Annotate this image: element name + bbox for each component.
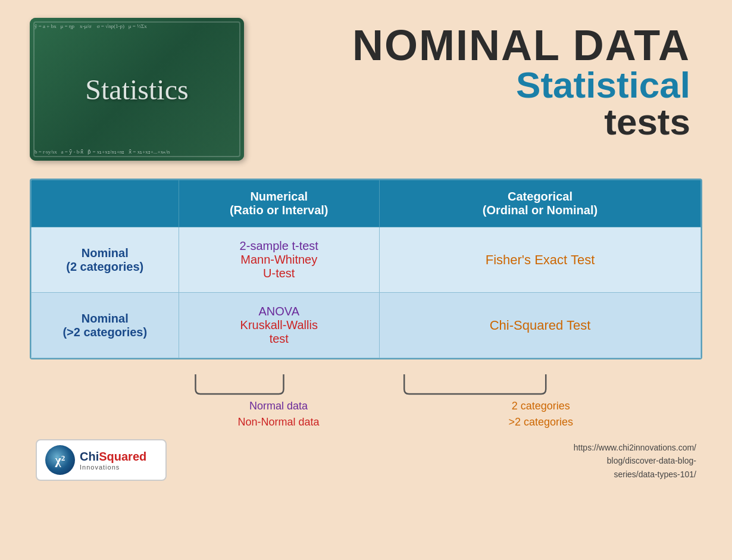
title-statistical: Statistical (244, 67, 690, 104)
chalkboard-image: ŷ = a + bx μ = ηp x-μ/σ σ = √np(1-p) μ =… (30, 18, 244, 161)
annotation-numerical: Normal data Non-Normal data (178, 371, 380, 430)
cell-categorical-1: Fisher's Exact Test (380, 227, 701, 293)
label-nonnormal-data: Non-Normal data (238, 414, 320, 430)
footer-url: https://www.chi2innovations.com/ blog/di… (574, 441, 696, 481)
footer: χ² ChiSquared Innovations https://www.ch… (30, 439, 702, 481)
stats-table-container: Numerical (Ratio or Interval) Categorica… (30, 179, 702, 359)
annotation-spacer (30, 371, 178, 430)
title-area: NOMINAL DATA Statistical tests (244, 18, 702, 140)
chalk-formulas-bottom: b = r·sy/sx a = ȳ - b·x̄ p̂ = x₁+x₂/n₁+n… (35, 148, 239, 156)
logo-text-block: ChiSquared Innovations (80, 450, 146, 471)
categorical-bracket-svg (380, 371, 702, 395)
table-header-empty (32, 180, 179, 227)
numerical-bracket-svg (178, 371, 380, 395)
logo-circle-icon: χ² (45, 445, 75, 475)
cell-numerical-1: 2-sample t-test Mann-Whitney U-test (179, 227, 380, 293)
title-nominal: NOMINAL DATA (244, 24, 690, 67)
categorical-labels: 2 categories >2 categories (509, 398, 574, 430)
label-normal-data: Normal data (238, 398, 320, 414)
label-more2-categories: >2 categories (509, 414, 574, 430)
cell-numerical-2: ANOVA Kruskall-Wallis test (179, 293, 380, 358)
title-tests: tests (244, 104, 690, 140)
chalkboard-title: Statistics (85, 73, 188, 106)
annotations-row: Normal data Non-Normal data 2 categories… (30, 371, 702, 430)
page-container: ŷ = a + bx μ = ηp x-μ/σ σ = √np(1-p) μ =… (0, 0, 732, 560)
logo-brand-name: ChiSquared (80, 450, 146, 464)
row-header-1: Nominal(2 categories) (32, 227, 179, 293)
logo-innovations-label: Innovations (80, 464, 146, 471)
table-header-categorical: Categorical (Ordinal or Nominal) (380, 180, 701, 227)
label-2-categories: 2 categories (509, 398, 574, 414)
chalk-formulas-top: ŷ = a + bx μ = ηp x-μ/σ σ = √np(1-p) μ =… (35, 23, 239, 30)
header: ŷ = a + bx μ = ηp x-μ/σ σ = √np(1-p) μ =… (30, 18, 702, 161)
annotation-categorical: 2 categories >2 categories (380, 371, 702, 430)
stats-table: Numerical (Ratio or Interval) Categorica… (31, 180, 701, 358)
chisquared-logo: χ² ChiSquared Innovations (36, 439, 167, 481)
table-row-2: Nominal(>2 categories) ANOVA Kruskall-Wa… (32, 293, 701, 358)
row-header-2: Nominal(>2 categories) (32, 293, 179, 358)
table-row-1: Nominal(2 categories) 2-sample t-test Ma… (32, 227, 701, 293)
table-header-numerical: Numerical (Ratio or Interval) (179, 180, 380, 227)
cell-categorical-2: Chi-Squared Test (380, 293, 701, 358)
numerical-labels: Normal data Non-Normal data (238, 398, 320, 430)
